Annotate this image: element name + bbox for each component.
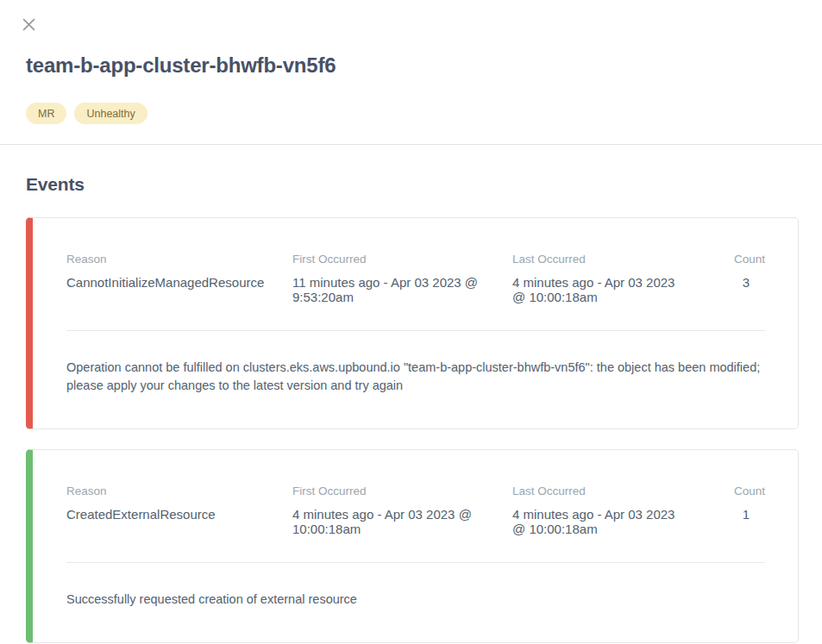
event-fields: Reason First Occurred Last Occurred Coun… [66, 485, 765, 536]
column-header-last-occurred: Last Occurred [512, 253, 700, 275]
event-card-success: Reason First Occurred Last Occurred Coun… [26, 449, 799, 643]
resource-detail-panel: team-b-app-cluster-bhwfb-vn5f6 MR Unheal… [0, 0, 822, 644]
badge-row: MR Unhealthy [26, 103, 796, 124]
event-reason: CannotInitializeManagedResource [66, 275, 292, 304]
card-divider [66, 330, 765, 331]
event-message: Successfully requested creation of exter… [66, 591, 765, 609]
badge-health-status: Unhealthy [74, 103, 147, 124]
column-header-count: Count [700, 485, 765, 507]
event-first-occurred: 11 minutes ago - Apr 03 2023 @ 9:53:20am [292, 275, 512, 304]
event-count: 3 [700, 275, 765, 304]
events-section: Events Reason First Occurred Last Occurr… [0, 145, 822, 643]
card-divider [66, 562, 765, 563]
event-card-error: Reason First Occurred Last Occurred Coun… [26, 217, 799, 429]
event-reason: CreatedExternalResource [66, 507, 292, 536]
close-icon [22, 17, 36, 34]
column-header-reason: Reason [66, 485, 292, 507]
event-first-occurred: 4 minutes ago - Apr 03 2023 @ 10:00:18am [292, 507, 512, 536]
event-message: Operation cannot be fulfilled on cluster… [66, 359, 765, 395]
column-header-first-occurred: First Occurred [292, 253, 512, 275]
column-header-last-occurred: Last Occurred [512, 485, 700, 507]
panel-header: team-b-app-cluster-bhwfb-vn5f6 MR Unheal… [0, 0, 822, 124]
event-fields: Reason First Occurred Last Occurred Coun… [66, 253, 765, 304]
close-button[interactable] [19, 16, 38, 35]
column-header-count: Count [700, 253, 765, 275]
column-header-reason: Reason [66, 253, 292, 275]
column-header-first-occurred: First Occurred [292, 485, 512, 507]
page-title: team-b-app-cluster-bhwfb-vn5f6 [26, 53, 796, 78]
badge-resource-kind: MR [26, 103, 66, 124]
event-count: 1 [700, 507, 765, 536]
event-last-occurred: 4 minutes ago - Apr 03 2023 @ 10:00:18am [512, 275, 700, 304]
event-last-occurred: 4 minutes ago - Apr 03 2023 @ 10:00:18am [512, 507, 700, 536]
events-heading: Events [26, 174, 799, 195]
